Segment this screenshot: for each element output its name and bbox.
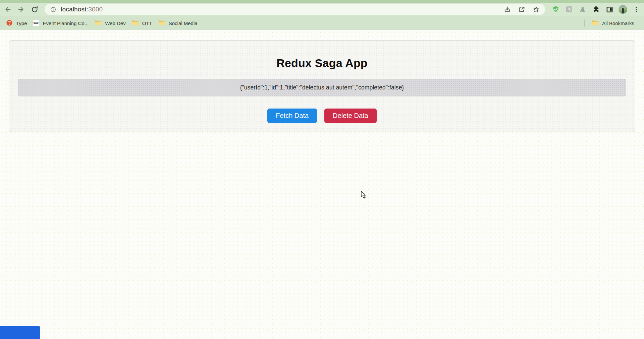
bug-extension-icon[interactable]: [578, 5, 587, 14]
status-bubble: [0, 326, 40, 339]
menu-dots-icon[interactable]: [632, 5, 641, 14]
bookmark-label: Event Planning Co...: [43, 20, 89, 26]
download-icon[interactable]: [503, 5, 512, 14]
wix-favicon: wix: [33, 20, 39, 26]
side-panel-icon[interactable]: [605, 5, 614, 14]
fetch-data-button[interactable]: Fetch Data: [267, 109, 317, 123]
forward-icon: [17, 6, 25, 13]
url-text: localhost:3000: [61, 6, 103, 13]
browser-toolbar: localhost:3000: [0, 3, 644, 16]
bookmark-label: OTT: [142, 20, 152, 26]
all-bookmarks-folder-icon: [592, 20, 598, 26]
folder-icon: [95, 20, 101, 26]
bookmark-folder-web-dev[interactable]: Web Dev: [92, 18, 128, 28]
folder-icon: [158, 20, 165, 26]
app-card: Redux Saga App {"userId":1,"id":1,"title…: [9, 40, 635, 132]
page-viewport: Redux Saga App {"userId":1,"id":1,"title…: [0, 30, 644, 339]
all-bookmarks-label: All Bookmarks: [602, 20, 634, 26]
extensions-puzzle-icon[interactable]: [592, 5, 600, 14]
url-port: :3000: [87, 6, 103, 13]
bookmarks-bar: Type wix Event Planning Co... Web Dev OT…: [0, 16, 644, 30]
adguard-shield-icon[interactable]: [551, 5, 560, 14]
back-button[interactable]: [2, 4, 13, 15]
hand-extension-icon[interactable]: [565, 5, 574, 14]
page-title: Redux Saga App: [9, 57, 635, 70]
share-icon[interactable]: [517, 5, 526, 14]
refresh-icon: [31, 6, 39, 13]
bookmark-label: Type: [16, 20, 27, 26]
delete-data-button[interactable]: Delete Data: [324, 109, 377, 123]
all-bookmarks-button[interactable]: All Bookmarks: [589, 18, 637, 28]
folder-icon: [132, 20, 139, 26]
address-bar[interactable]: localhost:3000: [45, 4, 545, 15]
mouse-cursor: [361, 191, 367, 200]
bookmark-item-event-planning[interactable]: wix Event Planning Co...: [30, 19, 92, 27]
buttons-row: Fetch Data Delete Data: [9, 109, 635, 123]
type-favicon: [6, 20, 12, 27]
bookmarks-divider: [584, 19, 585, 27]
bookmark-label: Web Dev: [105, 20, 125, 26]
bookmark-label: Social Media: [169, 20, 198, 26]
site-info-icon[interactable]: [49, 5, 57, 14]
bookmark-item-type[interactable]: Type: [3, 18, 30, 28]
bookmark-star-icon[interactable]: [532, 5, 540, 14]
bookmark-folder-ott[interactable]: OTT: [129, 18, 155, 28]
window-frame-strip: [0, 0, 644, 3]
forward-button[interactable]: [15, 4, 27, 15]
json-output-text: {"userId":1,"id":1,"title":"delectus aut…: [240, 84, 404, 91]
url-host: localhost: [61, 6, 87, 13]
json-output-strip: {"userId":1,"id":1,"title":"delectus aut…: [18, 79, 626, 96]
refresh-button[interactable]: [29, 4, 40, 15]
profile-avatar[interactable]: [619, 5, 627, 14]
bookmark-folder-social-media[interactable]: Social Media: [155, 18, 201, 28]
back-icon: [4, 6, 11, 13]
